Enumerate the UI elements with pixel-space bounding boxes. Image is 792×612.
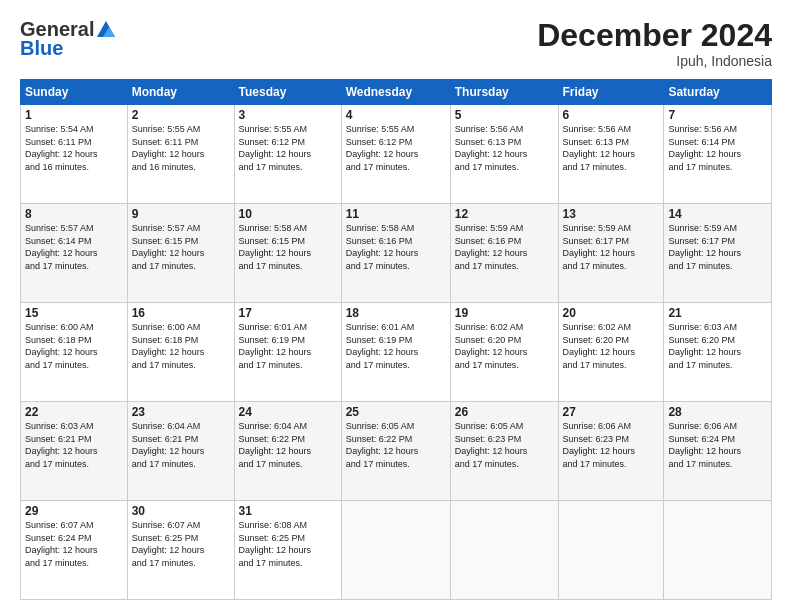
page: General Blue December 2024 Ipuh, Indones… (0, 0, 792, 612)
table-row: 2Sunrise: 5:55 AMSunset: 6:11 PMDaylight… (127, 105, 234, 204)
day-number: 15 (25, 306, 123, 320)
calendar-week-1: 1Sunrise: 5:54 AMSunset: 6:11 PMDaylight… (21, 105, 772, 204)
table-row (664, 501, 772, 600)
day-number: 28 (668, 405, 767, 419)
day-info: Sunrise: 5:58 AMSunset: 6:16 PMDaylight:… (346, 222, 446, 272)
col-monday: Monday (127, 80, 234, 105)
day-info: Sunrise: 5:55 AMSunset: 6:11 PMDaylight:… (132, 123, 230, 173)
table-row (558, 501, 664, 600)
day-info: Sunrise: 5:58 AMSunset: 6:15 PMDaylight:… (239, 222, 337, 272)
day-info: Sunrise: 5:56 AMSunset: 6:13 PMDaylight:… (563, 123, 660, 173)
month-title: December 2024 (537, 18, 772, 53)
table-row: 28Sunrise: 6:06 AMSunset: 6:24 PMDayligh… (664, 402, 772, 501)
day-number: 30 (132, 504, 230, 518)
day-number: 23 (132, 405, 230, 419)
table-row: 14Sunrise: 5:59 AMSunset: 6:17 PMDayligh… (664, 204, 772, 303)
col-wednesday: Wednesday (341, 80, 450, 105)
calendar-week-4: 22Sunrise: 6:03 AMSunset: 6:21 PMDayligh… (21, 402, 772, 501)
logo: General Blue (20, 18, 118, 60)
table-row: 31Sunrise: 6:08 AMSunset: 6:25 PMDayligh… (234, 501, 341, 600)
table-row: 21Sunrise: 6:03 AMSunset: 6:20 PMDayligh… (664, 303, 772, 402)
table-row: 1Sunrise: 5:54 AMSunset: 6:11 PMDaylight… (21, 105, 128, 204)
col-sunday: Sunday (21, 80, 128, 105)
table-row (341, 501, 450, 600)
day-number: 17 (239, 306, 337, 320)
table-row: 4Sunrise: 5:55 AMSunset: 6:12 PMDaylight… (341, 105, 450, 204)
col-saturday: Saturday (664, 80, 772, 105)
day-info: Sunrise: 6:04 AMSunset: 6:21 PMDaylight:… (132, 420, 230, 470)
day-info: Sunrise: 6:05 AMSunset: 6:23 PMDaylight:… (455, 420, 554, 470)
day-info: Sunrise: 5:57 AMSunset: 6:14 PMDaylight:… (25, 222, 123, 272)
day-info: Sunrise: 5:54 AMSunset: 6:11 PMDaylight:… (25, 123, 123, 173)
logo-blue-text: Blue (20, 37, 63, 60)
day-number: 27 (563, 405, 660, 419)
day-info: Sunrise: 6:07 AMSunset: 6:25 PMDaylight:… (132, 519, 230, 569)
day-number: 5 (455, 108, 554, 122)
day-info: Sunrise: 5:56 AMSunset: 6:14 PMDaylight:… (668, 123, 767, 173)
day-number: 16 (132, 306, 230, 320)
table-row: 11Sunrise: 5:58 AMSunset: 6:16 PMDayligh… (341, 204, 450, 303)
day-number: 12 (455, 207, 554, 221)
day-info: Sunrise: 6:02 AMSunset: 6:20 PMDaylight:… (455, 321, 554, 371)
day-number: 26 (455, 405, 554, 419)
day-info: Sunrise: 5:56 AMSunset: 6:13 PMDaylight:… (455, 123, 554, 173)
table-row (450, 501, 558, 600)
table-row: 17Sunrise: 6:01 AMSunset: 6:19 PMDayligh… (234, 303, 341, 402)
table-row: 6Sunrise: 5:56 AMSunset: 6:13 PMDaylight… (558, 105, 664, 204)
table-row: 12Sunrise: 5:59 AMSunset: 6:16 PMDayligh… (450, 204, 558, 303)
day-info: Sunrise: 5:55 AMSunset: 6:12 PMDaylight:… (239, 123, 337, 173)
table-row: 15Sunrise: 6:00 AMSunset: 6:18 PMDayligh… (21, 303, 128, 402)
table-row: 8Sunrise: 5:57 AMSunset: 6:14 PMDaylight… (21, 204, 128, 303)
table-row: 3Sunrise: 5:55 AMSunset: 6:12 PMDaylight… (234, 105, 341, 204)
day-number: 10 (239, 207, 337, 221)
calendar-week-5: 29Sunrise: 6:07 AMSunset: 6:24 PMDayligh… (21, 501, 772, 600)
table-row: 7Sunrise: 5:56 AMSunset: 6:14 PMDaylight… (664, 105, 772, 204)
day-number: 7 (668, 108, 767, 122)
table-row: 25Sunrise: 6:05 AMSunset: 6:22 PMDayligh… (341, 402, 450, 501)
day-number: 25 (346, 405, 446, 419)
table-row: 29Sunrise: 6:07 AMSunset: 6:24 PMDayligh… (21, 501, 128, 600)
col-thursday: Thursday (450, 80, 558, 105)
day-number: 21 (668, 306, 767, 320)
day-info: Sunrise: 6:05 AMSunset: 6:22 PMDaylight:… (346, 420, 446, 470)
table-row: 20Sunrise: 6:02 AMSunset: 6:20 PMDayligh… (558, 303, 664, 402)
calendar-week-3: 15Sunrise: 6:00 AMSunset: 6:18 PMDayligh… (21, 303, 772, 402)
day-info: Sunrise: 6:04 AMSunset: 6:22 PMDaylight:… (239, 420, 337, 470)
day-number: 6 (563, 108, 660, 122)
day-number: 14 (668, 207, 767, 221)
table-row: 10Sunrise: 5:58 AMSunset: 6:15 PMDayligh… (234, 204, 341, 303)
day-info: Sunrise: 6:00 AMSunset: 6:18 PMDaylight:… (132, 321, 230, 371)
day-info: Sunrise: 6:06 AMSunset: 6:24 PMDaylight:… (668, 420, 767, 470)
day-info: Sunrise: 6:06 AMSunset: 6:23 PMDaylight:… (563, 420, 660, 470)
day-info: Sunrise: 5:57 AMSunset: 6:15 PMDaylight:… (132, 222, 230, 272)
day-number: 19 (455, 306, 554, 320)
day-info: Sunrise: 5:55 AMSunset: 6:12 PMDaylight:… (346, 123, 446, 173)
table-row: 22Sunrise: 6:03 AMSunset: 6:21 PMDayligh… (21, 402, 128, 501)
calendar-table: Sunday Monday Tuesday Wednesday Thursday… (20, 79, 772, 600)
day-info: Sunrise: 6:00 AMSunset: 6:18 PMDaylight:… (25, 321, 123, 371)
day-number: 31 (239, 504, 337, 518)
table-row: 9Sunrise: 5:57 AMSunset: 6:15 PMDaylight… (127, 204, 234, 303)
day-number: 24 (239, 405, 337, 419)
calendar-week-2: 8Sunrise: 5:57 AMSunset: 6:14 PMDaylight… (21, 204, 772, 303)
day-number: 2 (132, 108, 230, 122)
table-row: 30Sunrise: 6:07 AMSunset: 6:25 PMDayligh… (127, 501, 234, 600)
calendar-header-row: Sunday Monday Tuesday Wednesday Thursday… (21, 80, 772, 105)
table-row: 5Sunrise: 5:56 AMSunset: 6:13 PMDaylight… (450, 105, 558, 204)
day-info: Sunrise: 6:03 AMSunset: 6:21 PMDaylight:… (25, 420, 123, 470)
day-info: Sunrise: 5:59 AMSunset: 6:16 PMDaylight:… (455, 222, 554, 272)
day-info: Sunrise: 6:08 AMSunset: 6:25 PMDaylight:… (239, 519, 337, 569)
day-number: 3 (239, 108, 337, 122)
day-info: Sunrise: 6:03 AMSunset: 6:20 PMDaylight:… (668, 321, 767, 371)
day-number: 9 (132, 207, 230, 221)
day-info: Sunrise: 6:02 AMSunset: 6:20 PMDaylight:… (563, 321, 660, 371)
table-row: 18Sunrise: 6:01 AMSunset: 6:19 PMDayligh… (341, 303, 450, 402)
day-info: Sunrise: 5:59 AMSunset: 6:17 PMDaylight:… (563, 222, 660, 272)
header: General Blue December 2024 Ipuh, Indones… (20, 18, 772, 69)
day-info: Sunrise: 6:01 AMSunset: 6:19 PMDaylight:… (346, 321, 446, 371)
location: Ipuh, Indonesia (537, 53, 772, 69)
day-number: 8 (25, 207, 123, 221)
day-number: 20 (563, 306, 660, 320)
day-number: 1 (25, 108, 123, 122)
table-row: 19Sunrise: 6:02 AMSunset: 6:20 PMDayligh… (450, 303, 558, 402)
